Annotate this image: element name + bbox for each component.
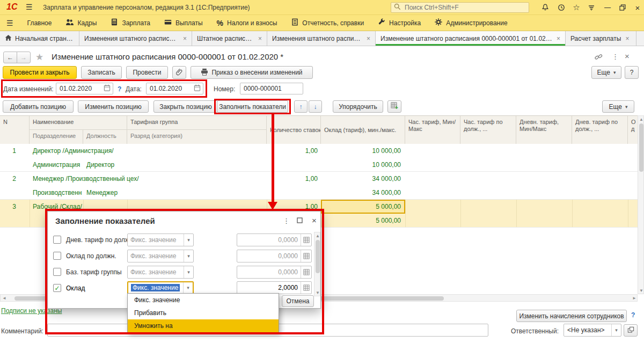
- checkbox-salary[interactable]: ✓: [53, 284, 61, 292]
- fill-indicators-button[interactable]: Заполнить показатели: [217, 100, 288, 113]
- minimize-icon[interactable]: —: [601, 2, 614, 13]
- value-input-day-tariff-pos[interactable]: 0,0000: [237, 233, 312, 246]
- table-row-2-sub[interactable]: Производственны... Менеджер 34 000,00: [0, 186, 638, 200]
- print-order-button[interactable]: Приказ о внесении изменений: [191, 66, 313, 79]
- col-header-salary[interactable]: Оклад (тариф), мин./макс.: [321, 116, 405, 144]
- col-header-day-tariff-pos[interactable]: Днев. тариф по долж., ...: [572, 116, 628, 144]
- restore-icon[interactable]: [616, 2, 629, 13]
- global-search[interactable]: [391, 2, 529, 13]
- dialog-scrollbar[interactable]: ▲ ▼: [314, 232, 320, 296]
- help-button[interactable]: ?: [625, 66, 639, 79]
- close-icon[interactable]: ×: [557, 35, 560, 42]
- post-button[interactable]: Провести: [126, 66, 168, 79]
- tab-staffing-changes-list-2[interactable]: Изменения штатного расписания ×: [267, 31, 376, 46]
- col-header-count[interactable]: Количество ставок: [267, 116, 321, 144]
- menu-item-reports[interactable]: Отчетность, справки: [291, 18, 364, 27]
- tab-home[interactable]: Начальная страница: [0, 31, 79, 46]
- responsible-combo[interactable]: <Не указан> ▾: [564, 324, 621, 337]
- sort-button[interactable]: Упорядочить: [333, 100, 383, 113]
- move-down-button[interactable]: ↓: [309, 100, 322, 113]
- change-accruals-help[interactable]: ?: [631, 311, 635, 319]
- calendar-icon[interactable]: [104, 84, 111, 93]
- main-menu-icon[interactable]: ☰: [26, 3, 33, 11]
- dropdown-item-multiply[interactable]: Умножить на: [128, 319, 279, 332]
- dropdown-item-fixed-value[interactable]: Фикс. значение: [128, 294, 279, 306]
- scroll-up-icon[interactable]: ▲: [316, 233, 320, 239]
- sections-panel-icon[interactable]: ☰: [6, 19, 13, 27]
- value-input-salary[interactable]: 2,0000: [237, 281, 312, 294]
- method-combo-base-tariff-group[interactable]: Фикс. значение ▾: [127, 266, 194, 279]
- tab-staffing-changes-list[interactable]: Изменения штатного расписания ×: [79, 31, 192, 46]
- close-icon[interactable]: ×: [367, 35, 370, 42]
- post-and-close-button[interactable]: Провести и закрыть: [3, 66, 77, 79]
- nav-forward-button[interactable]: →: [17, 52, 31, 63]
- menu-item-salary[interactable]: Зарплата: [111, 18, 150, 27]
- col-header-hour-tariff-pos[interactable]: Час. тариф по долж., ...: [460, 116, 516, 144]
- view-settings-icon[interactable]: [585, 2, 598, 13]
- chevron-down-icon[interactable]: ▾: [184, 266, 193, 278]
- checkbox-day-tariff-pos[interactable]: [53, 236, 61, 244]
- table-vertical-scrollbar[interactable]: ▲ ▼: [638, 115, 644, 294]
- checkbox-base-tariff-group[interactable]: [53, 268, 61, 276]
- cancel-button[interactable]: Отмена: [282, 295, 314, 307]
- change-form-button[interactable]: +: [387, 100, 401, 113]
- col-header-hour-tariff[interactable]: Час. тариф, Мин/Макс: [405, 116, 460, 144]
- col-header-n[interactable]: N: [0, 116, 30, 144]
- col-header-grade[interactable]: Разряд (категория): [127, 130, 267, 144]
- change-accruals-button[interactable]: Изменить начисления сотрудников: [516, 310, 627, 322]
- calendar-icon[interactable]: [194, 84, 201, 93]
- move-up-button[interactable]: ↑: [294, 100, 308, 113]
- window-menu-kebab-icon[interactable]: ⋮: [612, 53, 619, 61]
- tab-staffing-schedule[interactable]: Штатное расписание ×: [192, 31, 267, 46]
- notifications-icon[interactable]: [539, 2, 552, 13]
- maximize-icon[interactable]: [297, 217, 303, 225]
- value-input-salary-by-pos[interactable]: 0,0000: [237, 250, 312, 262]
- add-position-button[interactable]: Добавить позицию: [3, 100, 74, 113]
- close-icon[interactable]: ×: [183, 35, 187, 42]
- responsible-choose-button[interactable]: [624, 324, 638, 337]
- col-header-day-tariff[interactable]: Дневн. тариф, Мин/Макс: [516, 116, 572, 144]
- scroll-up-icon[interactable]: ▲: [639, 117, 643, 122]
- method-combo-salary[interactable]: Фикс. значение ▾: [127, 281, 194, 294]
- menu-item-payments[interactable]: Выплаты: [164, 18, 203, 27]
- change-date-help[interactable]: ?: [118, 85, 121, 93]
- menu-item-main[interactable]: Главное: [27, 19, 52, 27]
- col-header-clipped[interactable]: Од: [628, 116, 638, 144]
- favorite-star-icon[interactable]: ★: [35, 52, 43, 63]
- number-input[interactable]: 0000-000001: [240, 83, 303, 94]
- calculator-icon[interactable]: [301, 282, 311, 294]
- table-row-2-main[interactable]: 2 Менеджер /Производственный цех/ 1,00 3…: [0, 172, 638, 186]
- nav-back-button[interactable]: ←: [3, 52, 17, 63]
- menu-item-taxes[interactable]: % Налоги и взносы: [217, 19, 277, 27]
- value-input-base-tariff-group[interactable]: 0,0000: [237, 266, 312, 279]
- menu-item-administration[interactable]: Администрирование: [435, 18, 507, 27]
- scroll-left-icon[interactable]: ◄: [2, 296, 6, 301]
- attachments-button[interactable]: [172, 66, 186, 79]
- table-row-1-main[interactable]: 1 Директор /Администрация/ 1,00 10 000,0…: [0, 144, 638, 158]
- col-header-department[interactable]: Подразделение: [30, 130, 83, 144]
- history-icon[interactable]: [555, 2, 568, 13]
- method-combo-salary-by-pos[interactable]: Фикс. значение ▾: [127, 250, 194, 262]
- chevron-down-icon[interactable]: ▾: [611, 324, 621, 336]
- chevron-down-icon[interactable]: ▾: [183, 282, 193, 293]
- menu-item-staff[interactable]: Кадры: [65, 18, 97, 27]
- tab-staffing-change-document[interactable]: Изменение штатного расписания 0000-00000…: [376, 31, 566, 46]
- change-date-input[interactable]: 01.02.2020: [56, 83, 113, 94]
- chevron-down-icon[interactable]: ▾: [184, 234, 193, 246]
- dialog-close-icon[interactable]: ×: [312, 216, 317, 225]
- checkbox-salary-by-pos[interactable]: [53, 252, 61, 260]
- scroll-down-icon[interactable]: ▼: [639, 288, 643, 294]
- calculator-icon[interactable]: [301, 250, 311, 262]
- write-button[interactable]: Записать: [81, 66, 122, 79]
- calculator-icon[interactable]: [301, 234, 311, 246]
- col-header-position[interactable]: Должность: [83, 130, 127, 144]
- tab-salary-calculation[interactable]: Расчет зарплаты ×: [566, 31, 636, 46]
- favorites-icon[interactable]: ☆: [570, 2, 583, 13]
- menu-item-settings[interactable]: Настройка: [378, 18, 421, 27]
- calculator-icon[interactable]: [301, 266, 311, 278]
- close-document-icon[interactable]: ×: [625, 52, 630, 61]
- dropdown-item-add[interactable]: Прибавить: [128, 306, 279, 319]
- get-link-icon[interactable]: [595, 53, 603, 62]
- close-icon[interactable]: ×: [625, 35, 629, 42]
- scroll-down-icon[interactable]: ▼: [316, 290, 320, 296]
